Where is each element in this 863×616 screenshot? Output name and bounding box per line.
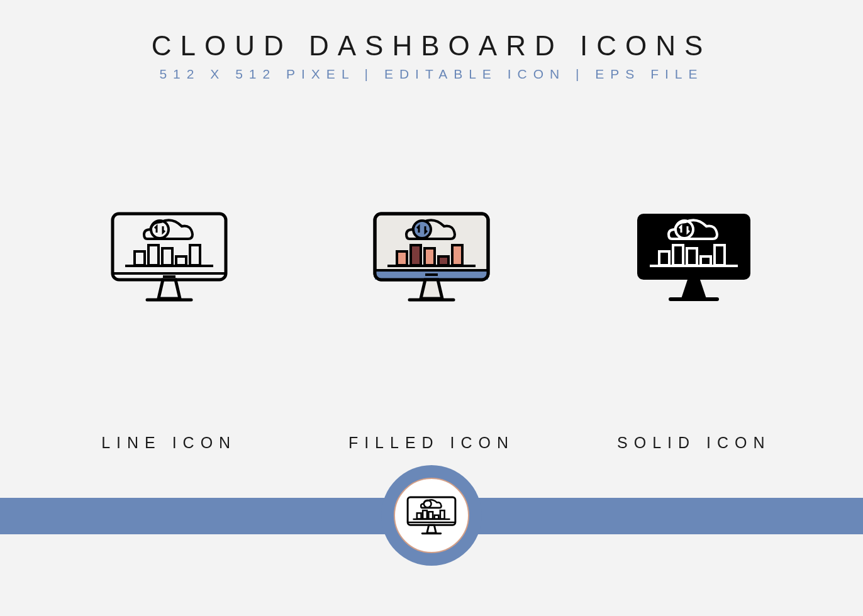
svg-rect-21	[438, 256, 448, 265]
svg-rect-18	[397, 251, 407, 265]
svg-rect-25	[669, 297, 719, 301]
solid-icon-label: SOLID ICON	[617, 434, 771, 452]
page-subtitle: 512 X 512 PIXEL | EDITABLE ICON | EPS FI…	[0, 67, 863, 82]
svg-rect-37	[417, 513, 421, 519]
cloud-dashboard-badge-icon	[406, 495, 457, 536]
svg-rect-19	[411, 245, 421, 265]
cloud-dashboard-line-icon	[106, 207, 232, 308]
page-title: CLOUD DASHBOARD ICONS	[0, 30, 863, 62]
badge-inner	[394, 478, 469, 553]
cloud-dashboard-filled-icon	[369, 207, 494, 308]
solid-icon-column: SOLID ICON	[563, 207, 825, 452]
svg-rect-22	[452, 245, 462, 265]
cloud-dashboard-solid-icon	[631, 207, 757, 308]
line-icon-column: LINE ICON	[38, 207, 300, 452]
svg-rect-7	[162, 248, 172, 265]
svg-rect-20	[425, 248, 435, 265]
badge-circle	[381, 465, 482, 566]
line-icon-label: LINE ICON	[101, 434, 237, 452]
svg-rect-8	[176, 256, 186, 265]
svg-point-10	[151, 221, 169, 238]
icons-row: LINE ICON	[0, 207, 863, 452]
svg-rect-38	[423, 510, 427, 519]
filled-icon-label: FILLED ICON	[348, 434, 515, 452]
filled-icon-column: FILLED ICON	[300, 207, 562, 452]
svg-rect-39	[428, 512, 433, 519]
svg-rect-6	[148, 245, 159, 265]
svg-rect-2	[163, 275, 175, 278]
svg-rect-0	[113, 214, 226, 280]
header: CLOUD DASHBOARD ICONS 512 X 512 PIXEL | …	[0, 0, 863, 82]
svg-rect-41	[440, 510, 445, 519]
svg-rect-5	[135, 251, 145, 265]
svg-rect-9	[190, 245, 200, 265]
svg-rect-40	[435, 515, 439, 519]
svg-point-23	[413, 221, 431, 238]
svg-rect-24	[637, 214, 750, 280]
svg-rect-15	[425, 273, 438, 276]
